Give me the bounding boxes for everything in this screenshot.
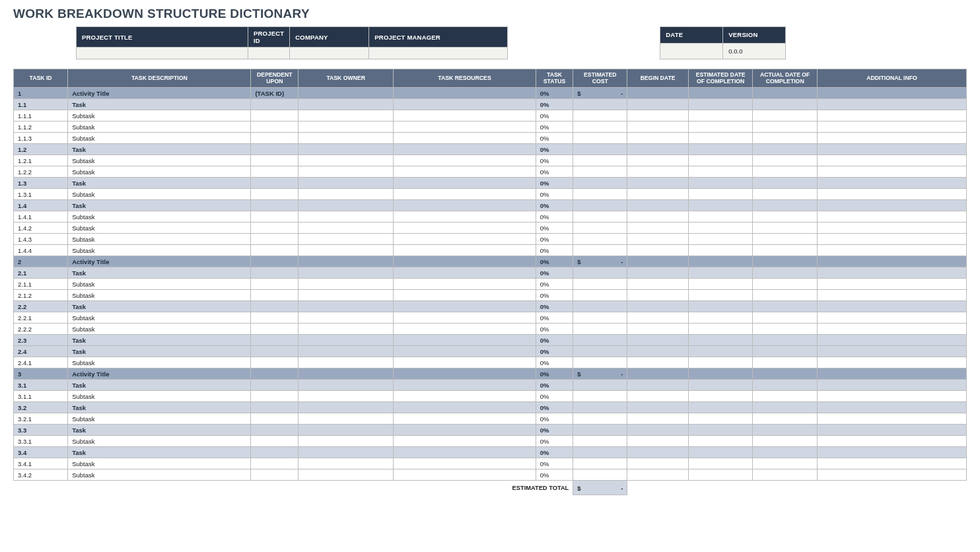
cell-dep[interactable] [251,279,298,290]
cell-est-date[interactable] [688,391,753,402]
cell-owner[interactable] [298,290,394,301]
cell-begin-date[interactable] [627,312,688,324]
cell-desc[interactable]: Activity Title [68,88,251,99]
cell-act-date[interactable] [753,436,818,447]
cell-begin-date[interactable] [627,88,688,99]
cell-act-date[interactable] [753,402,818,413]
cell-est-date[interactable] [688,402,753,413]
cell-resources[interactable] [394,267,536,279]
cell-desc[interactable]: Task [68,267,251,279]
cell-begin-date[interactable] [627,99,688,110]
cell-desc[interactable]: Task [68,447,251,458]
cell-begin-date[interactable] [627,267,688,279]
cell-status[interactable]: 0% [536,335,573,346]
cell-owner[interactable] [298,267,394,279]
cell-resources[interactable] [394,133,536,144]
cell-resources[interactable] [394,88,536,99]
cell-cost[interactable] [573,200,627,211]
cell-resources[interactable] [394,458,536,469]
cell-resources[interactable] [394,223,536,234]
cell-status[interactable]: 0% [536,357,573,368]
cell-desc[interactable]: Subtask [68,391,251,402]
cell-additional-info[interactable] [817,155,966,166]
cell-est-date[interactable] [688,110,753,121]
cell-resources[interactable] [394,178,536,189]
cell-id[interactable]: 1.4.1 [14,211,68,223]
cell-act-date[interactable] [753,234,818,245]
cell-status[interactable]: 0% [536,380,573,391]
cell-begin-date[interactable] [627,436,688,447]
cell-begin-date[interactable] [627,189,688,200]
cell-id[interactable]: 1.1 [14,99,68,110]
cell-est-date[interactable] [688,88,753,99]
cell-dep[interactable] [251,413,298,425]
cell-est-date[interactable] [688,413,753,425]
cell-owner[interactable] [298,469,394,481]
cell-id[interactable]: 2.2 [14,301,68,312]
cell-est-date[interactable] [688,234,753,245]
cell-desc[interactable]: Task [68,178,251,189]
cell-desc[interactable]: Subtask [68,436,251,447]
cell-status[interactable]: 0% [536,279,573,290]
cell-status[interactable]: 0% [536,133,573,144]
cell-owner[interactable] [298,346,394,357]
cell-resources[interactable] [394,425,536,436]
cell-id[interactable]: 2.3 [14,335,68,346]
meta-value-project-manager[interactable] [369,48,508,59]
cell-dep[interactable] [251,200,298,211]
cell-desc[interactable]: Activity Title [68,256,251,267]
cell-id[interactable]: 2.4.1 [14,357,68,368]
cell-est-date[interactable] [688,447,753,458]
cell-dep[interactable] [251,144,298,155]
cell-dep[interactable] [251,121,298,133]
cell-desc[interactable]: Subtask [68,223,251,234]
cell-status[interactable]: 0% [536,99,573,110]
cell-status[interactable]: 0% [536,402,573,413]
cell-begin-date[interactable] [627,357,688,368]
cell-additional-info[interactable] [817,402,966,413]
meta-value-date[interactable] [660,43,723,59]
cell-begin-date[interactable] [627,335,688,346]
cell-dep[interactable] [251,312,298,324]
cell-id[interactable]: 2.1.1 [14,279,68,290]
cell-id[interactable]: 3 [14,368,68,380]
cell-act-date[interactable] [753,458,818,469]
cell-owner[interactable] [298,189,394,200]
cell-act-date[interactable] [753,110,818,121]
cell-status[interactable]: 0% [536,368,573,380]
cell-act-date[interactable] [753,312,818,324]
cell-owner[interactable] [298,335,394,346]
cell-additional-info[interactable] [817,267,966,279]
cell-additional-info[interactable] [817,110,966,121]
cell-begin-date[interactable] [627,324,688,335]
cell-cost[interactable] [573,110,627,121]
cell-id[interactable]: 1.4.4 [14,245,68,256]
cell-desc[interactable]: Subtask [68,110,251,121]
cell-additional-info[interactable] [817,234,966,245]
cell-owner[interactable] [298,88,394,99]
cell-desc[interactable]: Subtask [68,189,251,200]
cell-resources[interactable] [394,335,536,346]
cell-status[interactable]: 0% [536,166,573,178]
cell-owner[interactable] [298,368,394,380]
cell-resources[interactable] [394,391,536,402]
cell-est-date[interactable] [688,425,753,436]
cell-est-date[interactable] [688,133,753,144]
cell-desc[interactable]: Subtask [68,245,251,256]
cell-cost[interactable] [573,155,627,166]
cell-dep[interactable]: (TASK ID) [251,88,298,99]
cell-status[interactable]: 0% [536,425,573,436]
cell-dep[interactable] [251,290,298,301]
cell-cost[interactable] [573,335,627,346]
cell-id[interactable]: 3.3.1 [14,436,68,447]
cell-id[interactable]: 1.2.2 [14,166,68,178]
cell-dep[interactable] [251,178,298,189]
cell-dep[interactable] [251,234,298,245]
cell-est-date[interactable] [688,335,753,346]
cell-resources[interactable] [394,99,536,110]
cell-dep[interactable] [251,380,298,391]
cell-est-date[interactable] [688,380,753,391]
cell-status[interactable]: 0% [536,223,573,234]
cell-owner[interactable] [298,234,394,245]
cell-status[interactable]: 0% [536,189,573,200]
